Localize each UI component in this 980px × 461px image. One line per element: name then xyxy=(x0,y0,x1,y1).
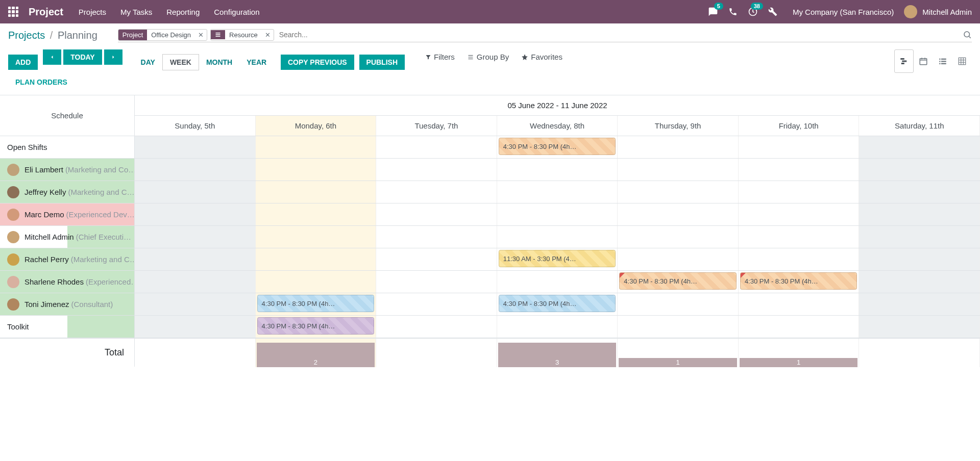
gantt-cell[interactable] xyxy=(739,293,860,315)
gantt-cell[interactable]: 4:30 PM - 8:30 PM (4h… xyxy=(256,293,377,315)
gantt-cell[interactable] xyxy=(618,226,739,248)
gantt-cell[interactable] xyxy=(497,159,618,181)
gantt-cell[interactable] xyxy=(376,316,497,338)
apps-icon[interactable] xyxy=(8,7,18,17)
gantt-cell[interactable]: 4:30 PM - 8:30 PM (4h… xyxy=(618,271,739,293)
gantt-cell[interactable] xyxy=(859,248,980,270)
gantt-cell[interactable] xyxy=(376,181,497,203)
nav-projects[interactable]: Projects xyxy=(79,8,106,16)
app-brand[interactable]: Project xyxy=(29,6,63,18)
gantt-cell[interactable] xyxy=(497,271,618,293)
search-icon[interactable] xyxy=(963,30,972,39)
gantt-cell[interactable]: 4:30 PM - 8:30 PM (4h… xyxy=(739,271,860,293)
gantt-cell[interactable]: 4:30 PM - 8:30 PM (4h… xyxy=(256,316,377,338)
gantt-cell[interactable] xyxy=(859,226,980,248)
gantt-cell[interactable] xyxy=(256,181,377,203)
messaging-icon[interactable]: 5 xyxy=(708,7,718,17)
search-box[interactable]: Project Office Design ✕ Resource ✕ xyxy=(118,29,972,42)
resource-row[interactable]: Open Shifts xyxy=(0,136,135,159)
gantt-cell[interactable] xyxy=(618,136,739,158)
gantt-cell[interactable] xyxy=(859,136,980,158)
view-pivot[interactable] xyxy=(952,49,972,73)
scale-month[interactable]: MONTH xyxy=(199,54,239,70)
breadcrumb-parent[interactable]: Projects xyxy=(8,30,45,41)
activities-icon[interactable]: 38 xyxy=(748,7,758,17)
gantt-cell[interactable] xyxy=(618,181,739,203)
copy-previous-button[interactable]: COPY PREVIOUS xyxy=(281,55,354,70)
gantt-cell[interactable] xyxy=(135,248,256,270)
gantt-cell[interactable]: 11:30 AM - 3:30 PM (4… xyxy=(497,248,618,270)
gantt-cell[interactable] xyxy=(135,181,256,203)
gantt-cell[interactable] xyxy=(256,271,377,293)
prev-button[interactable] xyxy=(43,49,61,65)
today-button[interactable]: TODAY xyxy=(63,49,102,65)
publish-button[interactable]: PUBLISH xyxy=(359,55,405,70)
gantt-cell[interactable] xyxy=(376,203,497,225)
gantt-cell[interactable] xyxy=(739,316,860,338)
shift-pill[interactable]: 4:30 PM - 8:30 PM (4h… xyxy=(499,138,616,155)
gantt-cell[interactable] xyxy=(135,271,256,293)
gantt-cell[interactable] xyxy=(376,159,497,181)
shift-pill[interactable]: 4:30 PM - 8:30 PM (4h… xyxy=(257,295,375,312)
gantt-cell[interactable] xyxy=(376,271,497,293)
shift-pill[interactable]: 4:30 PM - 8:30 PM (4h… xyxy=(499,295,616,312)
gantt-cell[interactable] xyxy=(376,248,497,270)
gantt-cell[interactable] xyxy=(256,136,377,158)
gantt-cell[interactable] xyxy=(376,136,497,158)
resource-row[interactable]: Mitchell Admin (Chief Executi… xyxy=(0,226,135,248)
gantt-cell[interactable] xyxy=(739,226,860,248)
gantt-cell[interactable] xyxy=(618,248,739,270)
gantt-cell[interactable] xyxy=(256,226,377,248)
groupby-dropdown[interactable]: Group By xyxy=(467,53,509,61)
search-input[interactable] xyxy=(277,29,959,41)
gantt-cell[interactable] xyxy=(135,226,256,248)
view-calendar[interactable] xyxy=(914,49,933,73)
resource-row[interactable]: Eli Lambert (Marketing and Co… xyxy=(0,159,135,181)
gantt-cell[interactable] xyxy=(256,248,377,270)
gantt-cell[interactable] xyxy=(618,203,739,225)
view-gantt[interactable] xyxy=(894,49,914,73)
resource-row[interactable]: Rachel Perry (Marketing and C… xyxy=(0,248,135,271)
resource-row[interactable]: Toni Jimenez (Consultant) xyxy=(0,293,135,316)
gantt-cell[interactable] xyxy=(739,181,860,203)
gantt-cell[interactable] xyxy=(618,159,739,181)
shift-pill[interactable]: 4:30 PM - 8:30 PM (4h… xyxy=(257,317,375,335)
view-list[interactable] xyxy=(933,49,952,73)
gantt-cell[interactable] xyxy=(859,159,980,181)
nav-reporting[interactable]: Reporting xyxy=(166,8,200,16)
gantt-cell[interactable] xyxy=(256,159,377,181)
gantt-cell[interactable] xyxy=(739,248,860,270)
gantt-cell[interactable] xyxy=(135,316,256,338)
next-button[interactable] xyxy=(104,49,122,65)
company-selector[interactable]: My Company (San Francisco) xyxy=(793,8,894,16)
favorites-dropdown[interactable]: Favorites xyxy=(521,53,562,61)
gantt-cell[interactable] xyxy=(859,203,980,225)
gantt-cell[interactable] xyxy=(497,226,618,248)
gantt-cell[interactable] xyxy=(497,203,618,225)
gantt-cell[interactable] xyxy=(135,293,256,315)
debug-icon[interactable] xyxy=(768,7,777,16)
shift-pill[interactable]: 4:30 PM - 8:30 PM (4h… xyxy=(619,272,737,290)
facet-remove-icon[interactable]: ✕ xyxy=(262,31,274,39)
gantt-cell[interactable] xyxy=(739,136,860,158)
gantt-cell[interactable] xyxy=(739,159,860,181)
gantt-cell[interactable] xyxy=(135,203,256,225)
resource-row[interactable]: Sharlene Rhodes (Experienced… xyxy=(0,271,135,293)
gantt-cell[interactable] xyxy=(739,203,860,225)
gantt-cell[interactable] xyxy=(135,136,256,158)
gantt-cell[interactable] xyxy=(376,293,497,315)
resource-row[interactable]: Jeffrey Kelly (Marketing and C… xyxy=(0,181,135,203)
gantt-cell[interactable] xyxy=(135,159,256,181)
facet-remove-icon[interactable]: ✕ xyxy=(195,31,207,39)
add-button[interactable]: ADD xyxy=(8,55,38,70)
plan-orders-button[interactable]: PLAN ORDERS xyxy=(8,74,75,90)
gantt-cell[interactable] xyxy=(618,316,739,338)
gantt-cell[interactable] xyxy=(497,316,618,338)
gantt-cell[interactable] xyxy=(859,181,980,203)
gantt-cell[interactable]: 4:30 PM - 8:30 PM (4h… xyxy=(497,136,618,158)
nav-configuration[interactable]: Configuration xyxy=(214,8,259,16)
gantt-cell[interactable] xyxy=(497,181,618,203)
scale-day[interactable]: DAY xyxy=(134,54,162,70)
resource-row[interactable]: Marc Demo (Experienced Dev… xyxy=(0,203,135,226)
shift-pill[interactable]: 11:30 AM - 3:30 PM (4… xyxy=(499,250,616,267)
